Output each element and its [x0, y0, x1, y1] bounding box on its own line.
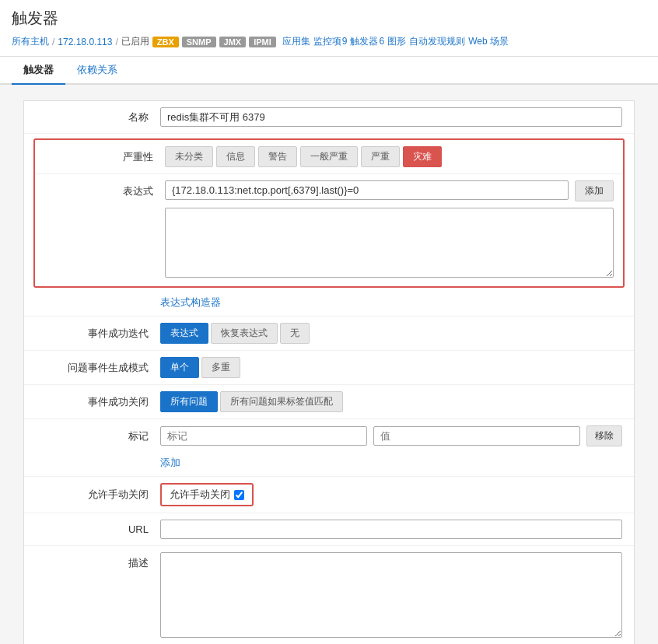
breadcrumb-host-ip[interactable]: 172.18.0.113 — [58, 37, 112, 47]
name-label: 名称 — [36, 110, 160, 124]
form-row-expression: 表达式 添加 — [35, 174, 623, 208]
expression-builder-link[interactable]: 表达式构造器 — [160, 296, 221, 308]
event-iteration-label: 事件成功迭代 — [36, 327, 160, 341]
form-row-name: 名称 — [24, 101, 634, 134]
nav-graph[interactable]: 图形 — [387, 35, 406, 48]
breadcrumb-status: 已启用 — [121, 35, 149, 48]
nav-auto-discover[interactable]: 自动发现规则 — [409, 35, 465, 48]
tag-jmx[interactable]: JMX — [219, 37, 247, 47]
form-row-event-close: 事件成功关闭 所有问题 所有问题如果标签值匹配 — [24, 384, 634, 418]
form-row-severity: 严重性 未分类 信息 警告 一般严重 严重 灾难 — [35, 140, 623, 174]
desc-field — [160, 552, 622, 640]
tag-ipmi[interactable]: IPMI — [249, 37, 276, 47]
nav-web-scene[interactable]: Web 场景 — [468, 35, 509, 48]
url-input[interactable] — [160, 520, 622, 539]
tab-trigger[interactable]: 触发器 — [12, 57, 65, 85]
form-row-manual-close: 允许手动关闭 允许手动关闭 — [24, 476, 634, 513]
severity-info[interactable]: 信息 — [216, 146, 255, 167]
manual-close-label-inner: 允许手动关闭 — [170, 488, 230, 502]
event-iteration-none[interactable]: 无 — [280, 323, 310, 344]
event-close-buttons: 所有问题 所有问题如果标签值匹配 — [160, 391, 343, 412]
form-row-tags: 标记 移除 — [24, 418, 634, 453]
expression-large-area — [35, 208, 623, 286]
event-iteration-expr[interactable]: 表达式 — [160, 323, 208, 344]
breadcrumb-divider2: / — [115, 37, 117, 47]
severity-label: 严重性 — [44, 150, 165, 164]
breadcrumb-divider1: / — [52, 37, 54, 47]
event-close-label: 事件成功关闭 — [36, 395, 160, 409]
url-label: URL — [36, 523, 160, 535]
form-container: 名称 严重性 未分类 信息 警告 一般严重 严重 灾难 表达 — [23, 100, 635, 644]
event-iteration-recover[interactable]: 恢复表达式 — [211, 323, 278, 344]
breadcrumb-all-hosts[interactable]: 所有主机 — [12, 35, 49, 48]
tags-add-row: 添加 — [24, 453, 634, 476]
name-input[interactable] — [160, 107, 622, 127]
tag-zbx[interactable]: ZBX — [152, 37, 179, 47]
manual-close-field: 允许手动关闭 — [160, 483, 254, 506]
expression-textarea[interactable] — [165, 208, 614, 278]
form-row-desc: 描述 — [24, 545, 634, 644]
event-iteration-buttons: 表达式 恢复表达式 无 — [160, 323, 310, 344]
expression-label: 表达式 — [44, 180, 165, 198]
nav-monitor[interactable]: 监控项9 — [313, 35, 348, 48]
expression-field: 添加 — [165, 180, 614, 201]
tag-snmp[interactable]: SNMP — [182, 37, 216, 47]
page-header: 触发器 所有主机 / 172.18.0.113 / 已启用 ZBX SNMP J… — [0, 0, 658, 57]
form-row-problem-mode: 问题事件生成模式 单个 多重 — [24, 350, 634, 384]
tag-name-input[interactable] — [160, 426, 367, 446]
nav-trigger[interactable]: 触发器6 — [350, 35, 384, 48]
page-title: 触发器 — [12, 8, 646, 29]
breadcrumb: 所有主机 / 172.18.0.113 / 已启用 ZBX SNMP JMX I… — [12, 35, 646, 48]
severity-warning[interactable]: 警告 — [258, 146, 297, 167]
expression-builder-row: 表达式构造器 — [24, 292, 634, 316]
nav-tabs: 触发器 依赖关系 — [0, 57, 658, 85]
severity-unclassified[interactable]: 未分类 — [165, 146, 213, 167]
desc-label: 描述 — [36, 552, 160, 570]
severity-buttons: 未分类 信息 警告 一般严重 严重 灾难 — [165, 146, 442, 167]
desc-textarea[interactable] — [160, 552, 622, 638]
problem-mode-label: 问题事件生成模式 — [36, 361, 160, 375]
form-row-url: URL — [24, 513, 634, 545]
problem-mode-multiple[interactable]: 多重 — [201, 357, 240, 378]
manual-close-label: 允许手动关闭 — [36, 488, 160, 502]
severity-high[interactable]: 严重 — [361, 146, 400, 167]
form-row-event-iteration: 事件成功迭代 表达式 恢复表达式 无 — [24, 316, 634, 350]
severity-average[interactable]: 一般严重 — [300, 146, 358, 167]
main-content: 名称 严重性 未分类 信息 警告 一般严重 严重 灾难 表达 — [0, 85, 658, 644]
severity-disaster[interactable]: 灾难 — [403, 146, 442, 167]
add-expression-btn[interactable]: 添加 — [575, 180, 614, 201]
event-close-match[interactable]: 所有问题如果标签值匹配 — [220, 391, 343, 412]
problem-mode-buttons: 单个 多重 — [160, 357, 240, 378]
tags-add-link[interactable]: 添加 — [160, 457, 180, 468]
severity-expression-section: 严重性 未分类 信息 警告 一般严重 严重 灾难 表达式 添加 — [33, 138, 625, 288]
tags-field: 移除 — [160, 425, 622, 446]
name-field — [160, 107, 622, 127]
event-close-all[interactable]: 所有问题 — [160, 391, 218, 412]
url-field — [160, 520, 622, 539]
manual-close-outlined: 允许手动关闭 — [160, 483, 254, 506]
nav-app-set[interactable]: 应用集 — [282, 35, 310, 48]
manual-close-checkbox[interactable] — [234, 490, 244, 500]
tags-label: 标记 — [36, 429, 160, 443]
tag-remove-btn[interactable]: 移除 — [586, 425, 622, 446]
tag-value-input[interactable] — [373, 426, 580, 446]
tab-dependency[interactable]: 依赖关系 — [65, 57, 129, 85]
problem-mode-single[interactable]: 单个 — [160, 357, 199, 378]
expression-input[interactable] — [165, 180, 569, 200]
